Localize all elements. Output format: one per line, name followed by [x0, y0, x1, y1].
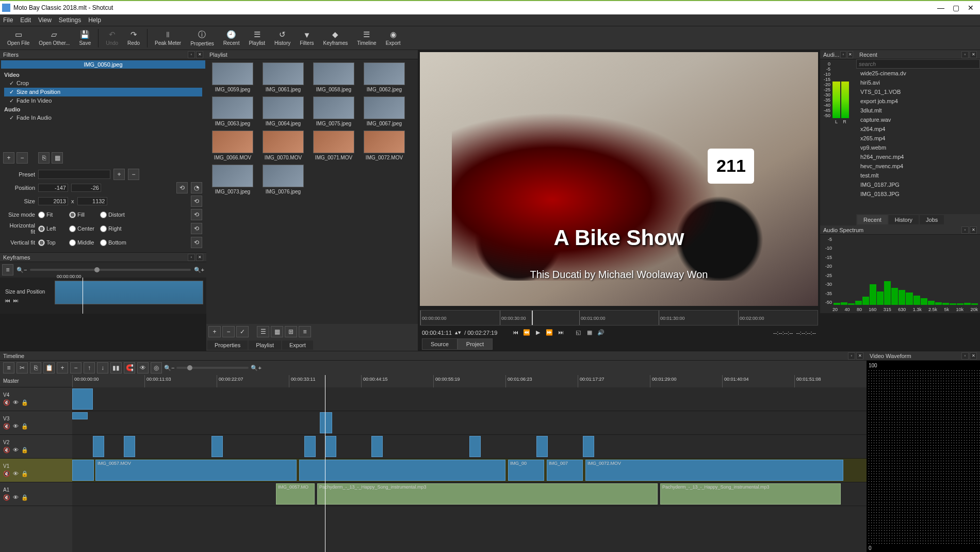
panel-dock-button[interactable]: ▫ [840, 51, 846, 58]
tl-cut-button[interactable]: ✂ [17, 362, 28, 374]
tl-snap-button[interactable]: 🧲 [124, 362, 135, 374]
track-V1[interactable]: IMG_0057.MOVIMG_00IMG_007IMG_0072.MOV [72, 459, 867, 482]
tab-recent[interactable]: Recent [857, 215, 888, 224]
save-button[interactable]: 💾Save [75, 29, 95, 47]
playlist-button[interactable]: ☰Playlist [244, 29, 269, 47]
tab-project[interactable]: Project [458, 338, 493, 350]
track-A1[interactable]: IMG_0057.MOPachyderm_-_13_-_Happy_Song_i… [72, 482, 867, 506]
recent-item[interactable]: x265.mp4 [856, 134, 980, 143]
tab-properties[interactable]: Properties [207, 340, 248, 350]
kf-zoom-slider[interactable] [30, 269, 190, 271]
recent-item[interactable]: IMG_0183.JPG [856, 189, 980, 199]
recent-item[interactable]: VTS_01_1.VOB [856, 87, 980, 96]
recent-item[interactable]: IMG_0187.JPG [856, 180, 980, 189]
tl-copy-button[interactable]: ⎘ [30, 362, 41, 374]
pl-add-button[interactable]: + [208, 326, 221, 337]
forward-button[interactable]: ⏩ [545, 329, 554, 336]
open-other--button[interactable]: ▱Open Other... [35, 29, 74, 47]
playlist-item[interactable]: IMG_0066.MOV [209, 131, 256, 160]
hfit-right[interactable]: Right [100, 225, 128, 232]
pl-details-view-button[interactable]: ⊞ [285, 326, 297, 337]
filter-item[interactable]: ✓Fade In Video [4, 96, 202, 105]
tab-jobs[interactable]: Jobs [920, 215, 944, 224]
panel-dock-button[interactable]: ▫ [848, 352, 855, 360]
track-header-V3[interactable]: V3🔇👁🔒 [0, 411, 72, 435]
sizemode-fill[interactable]: Fill [69, 212, 97, 218]
track-header-Master[interactable]: Master [0, 375, 72, 387]
position-y-input[interactable] [71, 184, 101, 192]
paste-filter-button[interactable]: ▦ [52, 152, 63, 164]
redo-button[interactable]: ↷Redo [123, 29, 144, 47]
time-stepper[interactable]: ▴▾ [455, 329, 461, 336]
pl-grid-view-button[interactable]: ▦ [271, 326, 283, 337]
tl-lift-button[interactable]: ↑ [84, 362, 95, 374]
recent-item[interactable]: test.mlt [856, 171, 980, 180]
playlist-item[interactable]: IMG_0072.MOV [361, 131, 407, 160]
playlist-item[interactable]: IMG_0063.jpeg [209, 96, 256, 126]
hfit-center[interactable]: Center [69, 225, 97, 232]
preset-add-button[interactable]: + [113, 169, 125, 180]
export-button[interactable]: ◉Export [382, 29, 405, 47]
tl-split-button[interactable]: ▮▮ [110, 362, 122, 374]
tl-remove-button[interactable]: − [70, 362, 81, 374]
sizemode-fit[interactable]: Fit [38, 212, 66, 218]
zoom-button[interactable]: ◱ [574, 329, 583, 336]
panel-close-button[interactable]: ✕ [856, 352, 863, 360]
playlist-item[interactable]: IMG_0058.jpeg [311, 62, 357, 92]
panel-dock-button[interactable]: ▫ [961, 51, 969, 58]
keyframes-clip[interactable]: 00:00:00:00 [55, 281, 203, 304]
preset-combo[interactable] [38, 170, 110, 179]
playlist-item[interactable]: IMG_0076.jpeg [260, 165, 306, 194]
kf-playhead[interactable] [83, 278, 83, 314]
playlist-item[interactable]: IMG_0070.MOV [260, 131, 306, 160]
tl-paste-button[interactable]: 📋 [43, 362, 55, 374]
panel-dock-button[interactable]: ▫ [961, 226, 969, 234]
preset-remove-button[interactable]: − [128, 169, 139, 180]
panel-dock-button[interactable]: ▫ [188, 51, 195, 58]
panel-dock-button[interactable]: ▫ [188, 254, 195, 261]
panel-close-button[interactable]: ✕ [970, 226, 977, 234]
tab-source[interactable]: Source [422, 338, 458, 350]
sizemode-distort[interactable]: Distort [100, 212, 128, 218]
recent-search-input[interactable] [856, 59, 980, 69]
playlist-item[interactable]: IMG_0075.jpeg [311, 96, 357, 126]
maximize-button[interactable]: ▢ [953, 4, 959, 12]
panel-close-button[interactable]: ✕ [196, 254, 203, 261]
minimize-button[interactable]: — [937, 4, 944, 12]
tl-append-button[interactable]: + [57, 362, 68, 374]
panel-close-button[interactable]: ✕ [970, 352, 977, 360]
keyframes-track-area[interactable]: Size and Position ⏮ ⏭ 00:00:00:00 [0, 278, 206, 314]
preview-playhead[interactable] [532, 311, 533, 325]
kf-prev-button[interactable]: ⏮ [5, 298, 10, 303]
vfit-top[interactable]: Top [38, 239, 66, 246]
recent-item[interactable]: capture.wav [856, 115, 980, 124]
menu-help[interactable]: Help [88, 17, 101, 24]
playlist-item[interactable]: IMG_0062.jpeg [361, 62, 407, 92]
playlist-item[interactable]: IMG_0071.MOV [311, 131, 357, 160]
pl-list-view-button[interactable]: ☰ [257, 326, 269, 337]
open-file-button[interactable]: ▭Open File [3, 29, 34, 47]
menu-view[interactable]: View [38, 17, 52, 24]
reset-button[interactable]: ⟲ [191, 209, 202, 220]
track-V2[interactable] [72, 435, 867, 459]
playlist-item[interactable]: IMG_0073.jpeg [209, 165, 256, 194]
pl-menu-button[interactable]: ≡ [299, 326, 311, 337]
menu-edit[interactable]: Edit [20, 17, 31, 24]
volume-button[interactable]: 🔊 [596, 329, 606, 336]
hfit-left[interactable]: Left [38, 225, 66, 232]
add-filter-button[interactable]: + [3, 152, 14, 164]
panel-close-button[interactable]: ✕ [196, 51, 203, 58]
menu-file[interactable]: File [3, 17, 13, 24]
history-button[interactable]: ↺History [270, 29, 295, 47]
grid-button[interactable]: ▦ [585, 329, 594, 336]
track-V4[interactable] [72, 387, 867, 411]
zoom-in-icon[interactable]: 🔍+ [251, 365, 261, 371]
reset-button[interactable]: ⟲ [191, 223, 202, 234]
position-x-input[interactable] [38, 184, 68, 192]
filter-item[interactable]: ✓Crop [4, 79, 202, 88]
copy-filter-button[interactable]: ⎘ [38, 152, 50, 164]
preview-ruler[interactable]: 00:00:00:0000:00:30:0000:01:00:0000:01:3… [420, 310, 818, 326]
tl-zoom-slider[interactable] [176, 367, 249, 369]
tl-ripple-button[interactable]: ◎ [151, 362, 162, 374]
tracks-area[interactable]: 00:00:00:0000:00:11:0300:00:22:0700:00:3… [72, 375, 867, 552]
